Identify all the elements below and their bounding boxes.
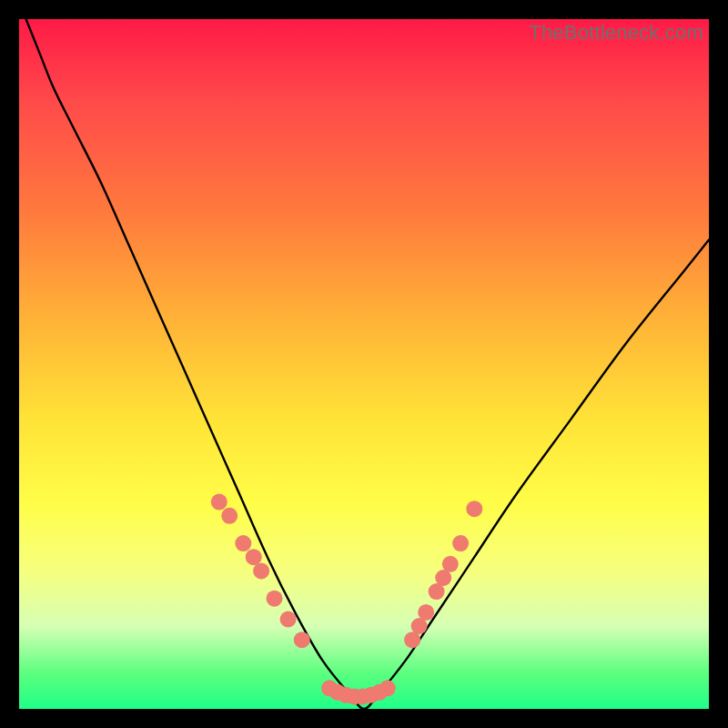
bottleneck-curve xyxy=(26,19,709,709)
plot-area: TheBottleneck.com xyxy=(19,19,709,709)
outer-frame: TheBottleneck.com xyxy=(0,0,728,728)
left-dot-7 xyxy=(280,612,297,628)
left-dot-3 xyxy=(235,535,251,551)
right-dot-3 xyxy=(418,604,434,621)
flat-dot-8 xyxy=(379,680,396,696)
left-dot-6 xyxy=(267,591,283,607)
left-dot-4 xyxy=(246,549,262,565)
right-dot-8 xyxy=(466,500,482,517)
left-dot-1 xyxy=(211,494,228,511)
chart-svg xyxy=(19,19,709,709)
left-dot-5 xyxy=(253,562,269,579)
right-dot-6 xyxy=(442,556,459,572)
left-dot-2 xyxy=(221,508,238,524)
marker-layer xyxy=(211,494,483,705)
right-dot-7 xyxy=(452,535,469,551)
left-dot-8 xyxy=(294,632,310,648)
